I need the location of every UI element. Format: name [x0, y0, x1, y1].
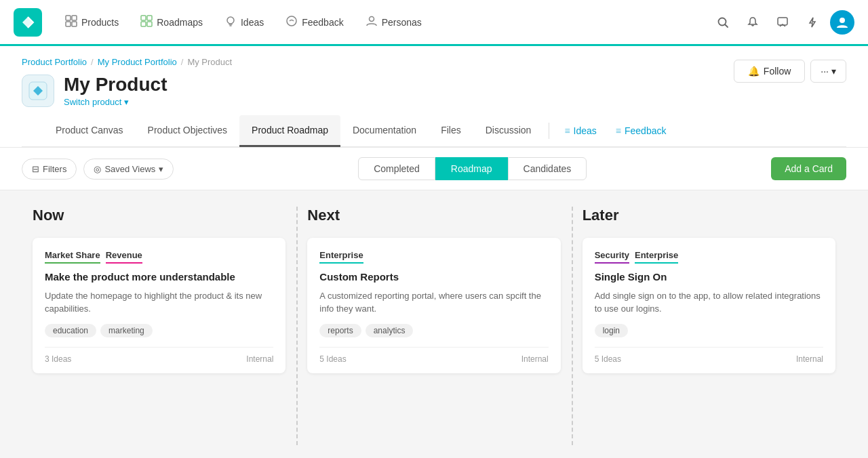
svg-rect-5: [147, 16, 152, 20]
view-toggle-roadmap[interactable]: Roadmap: [435, 157, 508, 180]
nav-item-roadmaps[interactable]: Roadmaps: [131, 9, 212, 35]
card-next-0-labels: reports analytics: [319, 324, 548, 337]
nav-item-personas[interactable]: Personas: [356, 9, 431, 35]
lightning-button[interactable]: [800, 10, 825, 35]
more-options-button[interactable]: ··· ▾: [810, 60, 846, 83]
column-now-title: Now: [33, 207, 285, 224]
product-title-text: My Product Switch product ▾: [64, 74, 167, 107]
sub-nav: Product Canvas Product Objectives Produc…: [22, 115, 846, 147]
column-now: Now Market Share Revenue Make the produc…: [22, 207, 296, 445]
chevron-down-icon: ▾: [124, 97, 129, 107]
top-nav: Products Roadmaps Ideas Feedback Persona…: [0, 0, 868, 46]
label-education[interactable]: education: [45, 324, 96, 337]
user-avatar[interactable]: [830, 10, 854, 35]
tag-enterprise-next[interactable]: Enterprise: [319, 250, 363, 264]
card-now-0: Market Share Revenue Make the product mo…: [33, 238, 285, 373]
ideas-icon: [224, 15, 237, 29]
svg-point-11: [719, 18, 726, 25]
visibility-next-0: Internal: [521, 354, 549, 364]
column-later-title: Later: [583, 207, 835, 224]
link-ideas[interactable]: ≡ Ideas: [555, 116, 606, 146]
tab-discussion[interactable]: Discussion: [473, 115, 544, 147]
ideas-count-later-0: 5 Ideas: [595, 354, 621, 364]
card-now-0-tags: Market Share Revenue: [45, 250, 273, 264]
label-login[interactable]: login: [595, 324, 628, 337]
card-later-0-description: Add single sign on to the app, to allow …: [595, 289, 823, 316]
tab-product-roadmap[interactable]: Product Roadmap: [239, 115, 340, 147]
tag-enterprise-later[interactable]: Enterprise: [635, 250, 678, 264]
svg-point-10: [369, 17, 374, 22]
products-icon: [65, 15, 77, 29]
tab-product-objectives[interactable]: Product Objectives: [136, 115, 240, 147]
column-later: Later Security Enterprise Single Sign On…: [572, 207, 846, 445]
tab-documentation[interactable]: Documentation: [340, 115, 429, 147]
chat-button[interactable]: [770, 10, 795, 35]
link-feedback[interactable]: ≡ Feedback: [606, 116, 676, 146]
tag-revenue[interactable]: Revenue: [106, 250, 142, 264]
card-next-0: Enterprise Custom Reports A customized r…: [307, 238, 560, 373]
tab-files[interactable]: Files: [429, 115, 473, 147]
breadcrumb-my-portfolio[interactable]: My Product Portfolio: [98, 57, 177, 67]
nav-item-feedback[interactable]: Feedback: [276, 9, 353, 35]
view-toggles: Completed Roadmap Candidates: [358, 157, 587, 180]
bookmark-icon: ◎: [94, 164, 101, 174]
tag-market-share[interactable]: Market Share: [45, 250, 100, 264]
svg-rect-7: [147, 22, 152, 26]
follow-button[interactable]: 🔔 Follow: [734, 60, 805, 83]
nav-item-ideas[interactable]: Ideas: [215, 9, 273, 35]
app-logo[interactable]: [14, 8, 42, 37]
switch-product-button[interactable]: Switch product ▾: [64, 97, 167, 107]
header-actions: 🔔 Follow ··· ▾: [734, 60, 846, 83]
nav-actions: [711, 10, 854, 35]
filter-icon-ideas: ≡: [564, 125, 570, 136]
nav-item-products[interactable]: Products: [56, 9, 128, 35]
saved-views-button[interactable]: ◎ Saved Views ▾: [83, 159, 174, 180]
tag-security[interactable]: Security: [595, 250, 629, 264]
card-now-0-labels: education marketing: [45, 324, 273, 337]
search-button[interactable]: [711, 10, 735, 35]
breadcrumb-current: My Product: [187, 57, 232, 67]
svg-rect-3: [72, 22, 77, 26]
chevron-down-icon-views: ▾: [159, 164, 163, 174]
personas-icon: [366, 15, 378, 29]
card-now-0-description: Update the homepage to highlight the pro…: [45, 289, 273, 316]
notifications-button[interactable]: [741, 10, 765, 35]
filter-icon: ⊟: [32, 164, 39, 174]
filter-icon-feedback: ≡: [616, 125, 621, 136]
svg-point-13: [840, 18, 845, 23]
svg-rect-6: [141, 22, 146, 26]
ideas-count-now-0: 3 Ideas: [45, 354, 71, 364]
product-title-row: Product Portfolio / My Product Portfolio…: [22, 57, 846, 107]
card-later-0-footer: 5 Ideas Internal: [595, 347, 823, 364]
tab-product-canvas[interactable]: Product Canvas: [43, 115, 136, 147]
svg-rect-1: [72, 16, 77, 20]
label-marketing[interactable]: marketing: [100, 324, 153, 337]
bell-icon: 🔔: [748, 66, 760, 77]
card-later-0-tags: Security Enterprise: [595, 250, 823, 264]
svg-rect-4: [141, 16, 146, 20]
add-card-button[interactable]: Add a Card: [771, 157, 846, 180]
label-analytics[interactable]: analytics: [366, 324, 414, 337]
visibility-now-0: Internal: [246, 354, 273, 364]
card-next-0-description: A customized reporting portal, where use…: [319, 289, 548, 316]
filters-button[interactable]: ⊟ Filters: [22, 159, 77, 180]
svg-rect-0: [66, 16, 71, 20]
tab-divider: [549, 123, 549, 139]
column-next-title: Next: [307, 207, 560, 224]
view-toggle-candidates[interactable]: Candidates: [508, 157, 587, 180]
column-next: Next Enterprise Custom Reports A customi…: [296, 207, 571, 445]
visibility-later-0: Internal: [796, 354, 823, 364]
breadcrumb-portfolio[interactable]: Product Portfolio: [22, 57, 87, 67]
card-later-0-labels: login: [595, 324, 823, 337]
card-now-0-footer: 3 Ideas Internal: [45, 347, 273, 364]
breadcrumb: Product Portfolio / My Product Portfolio…: [22, 57, 734, 67]
page-header: Product Portfolio / My Product Portfolio…: [0, 46, 868, 148]
feedback-icon: [285, 15, 298, 29]
product-icon: [22, 75, 54, 107]
nav-items: Products Roadmaps Ideas Feedback Persona…: [56, 9, 708, 35]
svg-point-9: [287, 16, 296, 26]
card-next-0-tags: Enterprise: [319, 250, 548, 264]
card-later-0: Security Enterprise Single Sign On Add s…: [583, 238, 835, 373]
view-toggle-completed[interactable]: Completed: [358, 157, 435, 180]
label-reports[interactable]: reports: [319, 324, 361, 337]
